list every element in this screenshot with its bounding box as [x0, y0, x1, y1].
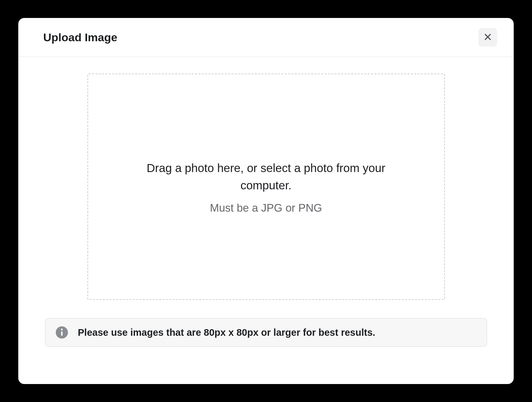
upload-image-modal: Upload Image Drag a photo here, or selec… [18, 18, 514, 384]
info-icon [55, 326, 68, 339]
dropzone-primary-text: Drag a photo here, or select a photo fro… [130, 159, 402, 194]
modal-title: Upload Image [43, 31, 117, 44]
svg-rect-3 [61, 331, 63, 336]
file-dropzone[interactable]: Drag a photo here, or select a photo fro… [87, 74, 445, 300]
close-icon [483, 33, 492, 42]
svg-point-4 [61, 328, 63, 330]
info-banner-text: Please use images that are 80px x 80px o… [78, 327, 375, 338]
info-banner: Please use images that are 80px x 80px o… [45, 318, 487, 347]
close-button[interactable] [478, 28, 497, 47]
modal-header: Upload Image [18, 18, 514, 57]
modal-body: Drag a photo here, or select a photo fro… [18, 57, 514, 384]
dropzone-secondary-text: Must be a JPG or PNG [210, 202, 322, 214]
